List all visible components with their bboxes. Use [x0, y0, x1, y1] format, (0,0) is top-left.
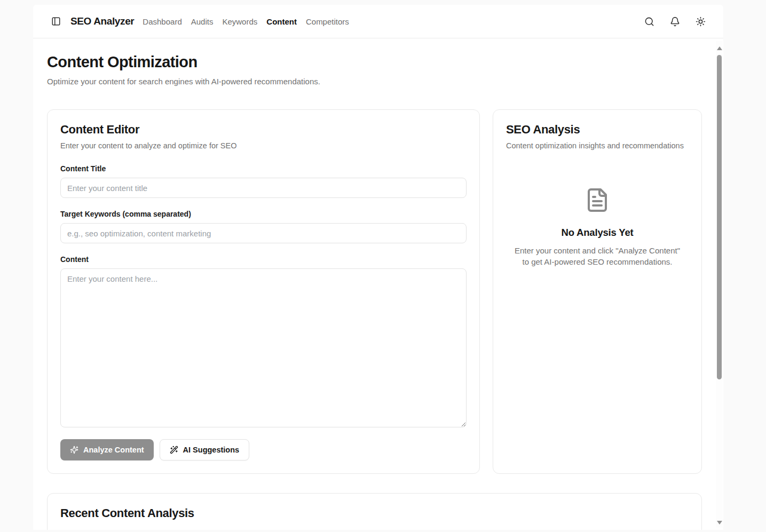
- empty-state-title: No Analysis Yet: [511, 227, 683, 239]
- content-editor-card: Content Editor Enter your content to ana…: [47, 109, 480, 474]
- analysis-card-title: SEO Analysis: [506, 123, 689, 137]
- main-nav: Dashboard Audits Keywords Content Compet…: [143, 17, 349, 26]
- editor-card-title: Content Editor: [60, 123, 467, 137]
- nav-item-competitors[interactable]: Competitors: [306, 17, 349, 26]
- file-text-icon: [511, 187, 683, 215]
- nav-item-dashboard[interactable]: Dashboard: [143, 17, 181, 26]
- content-textarea[interactable]: [60, 268, 467, 427]
- analyze-content-button[interactable]: Analyze Content: [60, 439, 154, 460]
- search-icon: [644, 17, 654, 27]
- content-title-input[interactable]: [60, 178, 467, 198]
- panel-left-icon: [51, 17, 61, 26]
- topbar-actions: [640, 12, 709, 30]
- nav-item-content[interactable]: Content: [266, 17, 297, 26]
- scrollbar-up-arrow[interactable]: [717, 46, 722, 50]
- analysis-card-subtitle: Content optimization insights and recomm…: [506, 141, 689, 150]
- scrollbar-thumb[interactable]: [717, 55, 722, 379]
- nav-item-audits[interactable]: Audits: [191, 17, 214, 26]
- analysis-empty-state: No Analysis Yet Enter your content and c…: [506, 150, 689, 267]
- top-navigation-bar: SEO Analyzer Dashboard Audits Keywords C…: [33, 5, 723, 38]
- recent-card-title: Recent Content Analysis: [60, 506, 689, 520]
- bell-icon: [670, 17, 680, 27]
- page-title: Content Optimization: [47, 53, 702, 71]
- page-subtitle: Optimize your content for search engines…: [47, 77, 702, 86]
- app-window: SEO Analyzer Dashboard Audits Keywords C…: [33, 5, 723, 530]
- main-content: Content Optimization Optimize your conte…: [33, 38, 723, 530]
- sidebar-toggle-button[interactable]: [47, 12, 65, 30]
- notifications-button[interactable]: [666, 12, 684, 30]
- sun-icon: [696, 17, 706, 27]
- empty-state-description: Enter your content and click "Analyze Co…: [511, 245, 683, 267]
- vertical-scrollbar[interactable]: [716, 41, 723, 528]
- content-title-label: Content Title: [60, 164, 467, 173]
- sparkles-icon: [70, 446, 78, 454]
- target-keywords-label: Target Keywords (comma separated): [60, 210, 467, 218]
- ai-suggestions-label: AI Suggestions: [183, 446, 240, 454]
- editor-card-subtitle: Enter your content to analyze and optimi…: [60, 141, 467, 150]
- search-button[interactable]: [640, 12, 658, 30]
- seo-analysis-card: SEO Analysis Content optimization insigh…: [493, 109, 702, 474]
- app-title: SEO Analyzer: [70, 15, 134, 27]
- wand-sparkles-icon: [170, 446, 178, 454]
- scrollbar-down-arrow[interactable]: [717, 521, 722, 525]
- target-keywords-input[interactable]: [60, 223, 467, 243]
- content-editor-form: Content Title Target Keywords (comma sep…: [60, 164, 467, 460]
- recent-content-analysis-card: Recent Content Analysis: [47, 493, 702, 530]
- ai-suggestions-button[interactable]: AI Suggestions: [160, 439, 250, 460]
- theme-toggle-button[interactable]: [691, 12, 709, 30]
- analyze-content-label: Analyze Content: [83, 446, 144, 454]
- nav-item-keywords[interactable]: Keywords: [222, 17, 257, 26]
- content-label: Content: [60, 255, 467, 264]
